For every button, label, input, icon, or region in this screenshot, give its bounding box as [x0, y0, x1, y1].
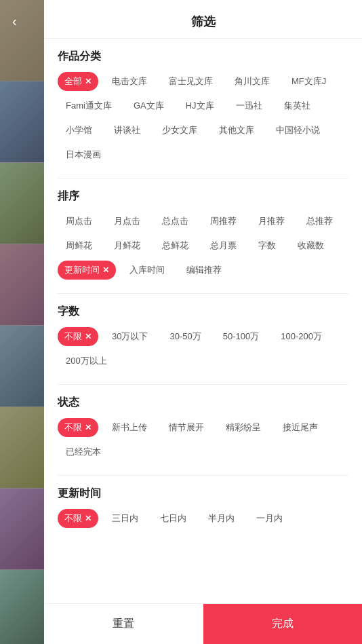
- tag-status-新书上传[interactable]: 新书上传: [104, 418, 155, 437]
- section-category-title: 作品分类: [58, 50, 348, 64]
- filter-panel: 筛选 作品分类 全部 ✕ 电击文库 富士见文库 角川文库 MF文库J Fami通…: [44, 0, 362, 644]
- section-category: 作品分类 全部 ✕ 电击文库 富士见文库 角川文库 MF文库J Fami通文库 …: [58, 50, 348, 164]
- words-tags-row: 不限 ✕ 30万以下 30-50万 50-100万 100-200万 200万以…: [58, 327, 348, 371]
- panel-header: 筛选: [44, 0, 362, 39]
- tag-sort-总点击[interactable]: 总点击: [154, 212, 197, 231]
- tag-update-半月内[interactable]: 半月内: [200, 509, 243, 528]
- tag-status-接近尾声[interactable]: 接近尾声: [275, 418, 326, 437]
- tag-close-icon: ✕: [85, 77, 92, 86]
- divider-2: [58, 293, 348, 294]
- section-status: 状态 不限 ✕ 新书上传 情节展开 精彩纷呈 接近尾声 已经完本: [58, 396, 348, 461]
- tag-category-GA文库[interactable]: GA文库: [125, 96, 172, 115]
- tag-category-MF文库J[interactable]: MF文库J: [283, 72, 334, 91]
- tag-category-日本漫画[interactable]: 日本漫画: [58, 145, 109, 164]
- tag-category-角川文库[interactable]: 角川文库: [226, 72, 278, 91]
- update-time-tags-row: 不限 ✕ 三日内 七日内 半月内 一月内: [58, 509, 348, 528]
- divider-3: [58, 384, 348, 385]
- tag-sort-编辑推荐[interactable]: 编辑推荐: [178, 261, 230, 280]
- tag-update-三日内[interactable]: 三日内: [104, 509, 146, 528]
- tag-sort-周鲜花[interactable]: 周鲜花: [58, 236, 100, 255]
- tag-category-Fami通文库[interactable]: Fami通文库: [58, 96, 120, 115]
- tag-words-200万以上[interactable]: 200万以上: [58, 352, 115, 371]
- category-tags-row: 全部 ✕ 电击文库 富士见文库 角川文库 MF文库J Fami通文库 GA文库 …: [58, 72, 348, 164]
- tag-sort-字数[interactable]: 字数: [250, 236, 284, 255]
- confirm-button[interactable]: 完成: [203, 604, 363, 644]
- tag-update-七日内[interactable]: 七日内: [152, 509, 195, 528]
- tag-words-100-200万[interactable]: 100-200万: [273, 327, 330, 346]
- panel-title: 筛选: [191, 15, 216, 29]
- tag-category-全部[interactable]: 全部 ✕: [58, 72, 98, 91]
- tag-sort-总鲜花[interactable]: 总鲜花: [154, 236, 197, 255]
- tag-status-已经完本[interactable]: 已经完本: [58, 442, 109, 461]
- section-words-title: 字数: [58, 305, 348, 319]
- tag-words-50-100万[interactable]: 50-100万: [215, 327, 267, 346]
- tag-category-富士见文库[interactable]: 富士见文库: [161, 72, 221, 91]
- tag-sort-收藏数[interactable]: 收藏数: [289, 236, 332, 255]
- section-status-title: 状态: [58, 396, 348, 410]
- tag-category-一迅社[interactable]: 一迅社: [228, 96, 270, 115]
- tag-category-其他文库[interactable]: 其他文库: [211, 121, 262, 140]
- panel-footer: 重置 完成: [44, 603, 362, 644]
- tag-words-不限[interactable]: 不限 ✕: [58, 327, 98, 346]
- section-sort-title: 排序: [58, 189, 348, 204]
- tag-sort-月点击[interactable]: 月点击: [106, 212, 148, 231]
- tag-close-icon: ✕: [85, 514, 92, 523]
- tag-close-icon: ✕: [102, 265, 109, 275]
- tag-category-少女文库[interactable]: 少女文库: [154, 121, 205, 140]
- section-update-time-title: 更新时间: [58, 487, 348, 501]
- tag-category-小学馆[interactable]: 小学馆: [58, 121, 100, 140]
- tag-words-30万以下[interactable]: 30万以下: [104, 327, 156, 346]
- tag-category-HJ文库[interactable]: HJ文库: [178, 96, 222, 115]
- tag-sort-月鲜花[interactable]: 月鲜花: [106, 236, 148, 255]
- tag-category-中国轻小说[interactable]: 中国轻小说: [268, 121, 328, 140]
- tag-sort-入库时间[interactable]: 入库时间: [121, 261, 173, 280]
- tag-sort-周推荐[interactable]: 周推荐: [202, 212, 245, 231]
- tag-update-一月内[interactable]: 一月内: [248, 509, 291, 528]
- tag-status-精彩纷呈[interactable]: 精彩纷呈: [218, 418, 269, 437]
- tag-update-不限[interactable]: 不限 ✕: [58, 509, 98, 528]
- section-words: 字数 不限 ✕ 30万以下 30-50万 50-100万 100-200万 20…: [58, 305, 348, 371]
- back-arrow-icon[interactable]: ‹: [12, 14, 17, 29]
- overlay-backdrop: [0, 0, 44, 644]
- sort-tags-row: 周点击 月点击 总点击 周推荐 月推荐 总推荐 周鲜花 月鲜花 总鲜花 总月票 …: [58, 212, 348, 280]
- tag-sort-周点击[interactable]: 周点击: [58, 212, 100, 231]
- section-sort: 排序 周点击 月点击 总点击 周推荐 月推荐 总推荐 周鲜花 月鲜花 总鲜花 总…: [58, 189, 348, 280]
- tag-status-不限[interactable]: 不限 ✕: [58, 418, 98, 437]
- panel-body: 作品分类 全部 ✕ 电击文库 富士见文库 角川文库 MF文库J Fami通文库 …: [44, 39, 362, 603]
- tag-sort-月推荐[interactable]: 月推荐: [250, 212, 293, 231]
- section-update-time: 更新时间 不限 ✕ 三日内 七日内 半月内 一月内: [58, 487, 348, 528]
- tag-category-集英社[interactable]: 集英社: [276, 96, 319, 115]
- tag-sort-总月票[interactable]: 总月票: [202, 236, 245, 255]
- tag-sort-总推荐[interactable]: 总推荐: [298, 212, 341, 231]
- tag-close-icon: ✕: [85, 332, 92, 341]
- divider-1: [58, 178, 348, 178]
- status-tags-row: 不限 ✕ 新书上传 情节展开 精彩纷呈 接近尾声 已经完本: [58, 418, 348, 461]
- tag-category-讲谈社[interactable]: 讲谈社: [106, 121, 148, 140]
- tag-sort-更新时间[interactable]: 更新时间 ✕: [58, 261, 116, 280]
- tag-close-icon: ✕: [85, 423, 92, 432]
- divider-4: [58, 475, 348, 476]
- tag-words-30-50万[interactable]: 30-50万: [161, 327, 209, 346]
- tag-category-电击文库[interactable]: 电击文库: [104, 72, 155, 91]
- reset-button[interactable]: 重置: [44, 604, 203, 644]
- tag-status-情节展开[interactable]: 情节展开: [161, 418, 212, 437]
